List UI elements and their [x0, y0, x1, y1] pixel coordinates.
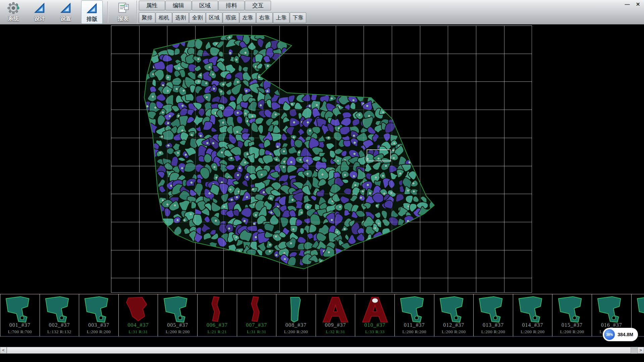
piece-lr-count-label: L:31 R:31 [237, 329, 276, 335]
piece-name-label: 013_#37 [474, 322, 513, 328]
menu-region-button[interactable]: 区域 [206, 12, 222, 23]
piece-name-label: 007_#37 [237, 322, 276, 328]
scroll-left-arrow[interactable]: < [0, 347, 7, 354]
piece-thumbnail-002_#37[interactable]: 002_#37L:132 R:132 [40, 294, 79, 336]
menu-properties-button[interactable]: 属性 [139, 1, 165, 10]
piece-thumbnail-004_#37[interactable]: 004_#37L:31 R:31 [119, 294, 158, 336]
piece-shape [476, 295, 510, 324]
menu-align-left-button[interactable]: 左靠 [239, 12, 256, 23]
piece-lr-count-label: L:21 R:21 [198, 329, 237, 335]
menu-align-bottom-button[interactable]: 下靠 [290, 12, 306, 23]
progress-percent-label: 38% [606, 333, 613, 337]
horizontal-scrollbar[interactable]: < > [0, 347, 644, 354]
piece-shape [594, 295, 629, 324]
close-button[interactable]: ✕ [635, 1, 641, 7]
tab-label: 报表 [118, 15, 128, 22]
piece-lr-count-label: L:33 R:33 [355, 329, 394, 335]
tab-label: 排版 [87, 16, 97, 23]
piece-shape [3, 295, 37, 324]
piece-name-label: 004_#37 [119, 322, 158, 328]
piece-name-label: 010_#37 [355, 322, 394, 328]
progress-circle: 38% [604, 329, 615, 340]
ribbon-tab-layout[interactable]: 排版 [81, 0, 103, 24]
gear-icon [6, 1, 20, 15]
menu-row-1: 属性编辑区域排料交互 [139, 1, 307, 10]
menu-camera-button[interactable]: 相机 [156, 12, 172, 23]
minimize-button[interactable]: — [624, 1, 631, 7]
tab-label: 设置 [60, 15, 71, 22]
menu-row-2: 聚排相机选割全割区域瑕疵左靠右靠上靠下靠 [139, 10, 307, 23]
piece-lr-count-label: L:200 R:200 [276, 329, 316, 335]
piece-thumbnail-013_#37[interactable]: 013_#37L:200 R:200 [474, 294, 513, 336]
piece-thumbnail-009_#37[interactable]: 009_#37L:32 R:31 [316, 294, 356, 336]
piece-lr-count-label: L:31 R:31 [119, 329, 158, 335]
menu-groups: 属性编辑区域排料交互 聚排相机选割全割区域瑕疵左靠右靠上靠下靠 [139, 1, 307, 23]
piece-name-label: 008_#37 [276, 322, 316, 328]
piece-name-label: 009_#37 [316, 322, 355, 328]
piece-shape [516, 295, 550, 324]
workspace [0, 24, 644, 294]
piece-thumbnail-014_#37[interactable]: 014_#37L:200 R:200 [513, 294, 553, 336]
menu-interact-button[interactable]: 交互 [245, 1, 271, 10]
piece-shape [397, 295, 431, 324]
piece-lr-count-label: L:700 R:700 [0, 329, 40, 335]
scrollbar-track[interactable] [7, 347, 637, 354]
menu-nest-button[interactable]: 排料 [218, 1, 245, 10]
toolbar-divider [137, 1, 137, 23]
ribbon-tabs: 系统 设计 设置 排版 报表 [0, 0, 136, 24]
piece-name-label: 012_#37 [434, 322, 474, 328]
ribbon-tab-system[interactable]: 系统 [3, 0, 24, 24]
menu-cluster-nest-button[interactable]: 聚排 [139, 12, 155, 23]
piece-shape [555, 295, 589, 324]
piece-thumbnail-008_#37[interactable]: 008_#37L:200 R:200 [276, 294, 316, 336]
piece-thumbnail-015_#37[interactable]: 015_#37L:200 R:200 [552, 294, 592, 336]
piece-shape [161, 295, 195, 324]
piece-name-label: 014_#37 [513, 322, 552, 328]
ribbon-tab-report[interactable]: 报表 [112, 0, 134, 24]
titlebar: 系统 设计 设置 排版 报表 属性编辑区域排料交互 聚排相机选割全割区域瑕疵左靠… [0, 0, 644, 24]
piece-thumbnail-010_#37[interactable]: 010_#37L:33 R:33 [355, 294, 395, 336]
piece-name-label: 005_#37 [158, 322, 197, 328]
piece-thumbnail-001_#37[interactable]: 001_#37L:700 R:700 [0, 294, 40, 336]
menu-region-button[interactable]: 区域 [192, 1, 218, 10]
piece-lr-count-label: L:200 R:200 [158, 329, 197, 335]
menu-edit-button[interactable]: 编辑 [165, 1, 192, 10]
scrollbar-thumb[interactable] [7, 347, 631, 354]
triangle-ruler-icon [85, 1, 99, 15]
ribbon-tab-design[interactable]: 设计 [29, 0, 50, 24]
memory-progress-pill: 38% 384.8M [603, 328, 638, 341]
menu-cut-all-button[interactable]: 全割 [189, 12, 206, 23]
piece-name-label: 003_#37 [79, 322, 118, 328]
piece-shape [279, 295, 313, 324]
menu-select-cut-button[interactable]: 选割 [172, 12, 189, 23]
piece-thumbnail-005_#37[interactable]: 005_#37L:200 R:200 [158, 294, 198, 336]
piece-name-label: 015_#37 [552, 322, 592, 328]
menu-align-right-button[interactable]: 右靠 [256, 12, 273, 23]
piece-shape [82, 295, 116, 324]
piece-thumbnail-007_#37[interactable]: 007_#37L:31 R:31 [237, 294, 277, 336]
nesting-canvas[interactable] [111, 25, 532, 293]
piece-lr-count-label: L:200 R:200 [474, 329, 513, 335]
piece-name-label: 001_#37 [0, 322, 40, 328]
piece-thumbnail-003_#37[interactable]: 003_#37L:200 R:200 [79, 294, 119, 336]
piece-name-label: 006_#37 [198, 322, 237, 328]
piece-lr-count-label: L:200 R:200 [395, 329, 434, 335]
memory-usage-label: 384.8M [618, 332, 633, 337]
piece-lr-count-label: L:200 R:200 [513, 329, 552, 335]
piece-shape [42, 295, 76, 324]
piece-lr-count-label: L:200 R:200 [552, 329, 592, 335]
tab-label: 设计 [34, 15, 45, 22]
menu-align-top-button[interactable]: 上靠 [273, 12, 289, 23]
piece-thumbnail-strip: 001_#37L:700 R:700002_#37L:132 R:132003_… [0, 294, 644, 337]
piece-shape [200, 295, 234, 324]
ribbon-tab-settings[interactable]: 设置 [55, 0, 76, 24]
piece-thumbnail-011_#37[interactable]: 011_#37L:200 R:200 [395, 294, 434, 336]
piece-shape [358, 295, 392, 324]
triangle-ruler-icon [33, 1, 47, 15]
piece-thumbnail-006_#37[interactable]: 006_#37L:21 R:21 [198, 294, 237, 336]
scroll-right-arrow[interactable]: > [637, 347, 644, 354]
piece-thumbnail-012_#37[interactable]: 012_#37L:200 R:200 [434, 294, 474, 336]
piece-shape [239, 295, 274, 324]
application-window: 系统 设计 设置 排版 报表 属性编辑区域排料交互 聚排相机选割全割区域瑕疵左靠… [0, 0, 644, 362]
menu-defect-button[interactable]: 瑕疵 [223, 12, 239, 23]
